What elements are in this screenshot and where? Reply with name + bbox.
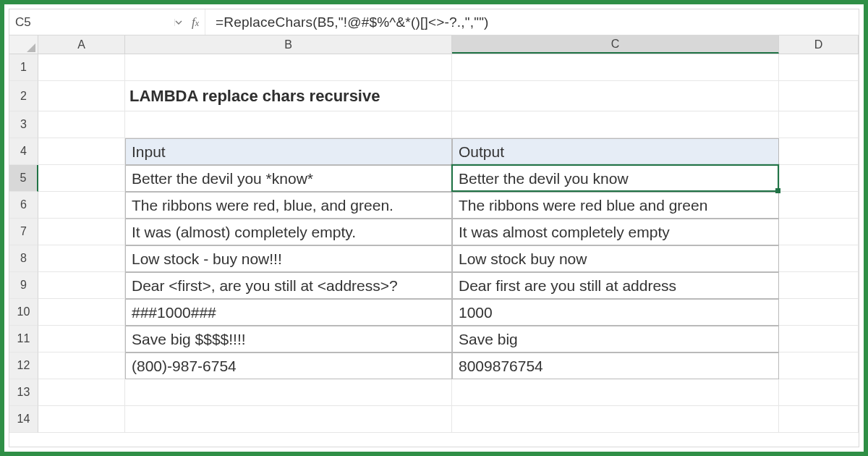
row: 11 Save big $$$$!!!! Save big <box>9 326 859 352</box>
row-header[interactable]: 5 <box>9 165 38 192</box>
table-cell-output[interactable]: The ribbons were red blue and green <box>452 192 779 219</box>
table-cell-output[interactable]: It was almost completely empty <box>452 219 779 245</box>
cell[interactable] <box>38 272 125 299</box>
cell[interactable] <box>38 192 125 219</box>
cell[interactable] <box>779 352 859 379</box>
row: 8 Low stock - buy now!!! Low stock buy n… <box>9 245 859 272</box>
table-cell-input[interactable]: Better the devil you *know* <box>125 165 452 192</box>
row-header[interactable]: 3 <box>9 111 38 138</box>
table-cell-input[interactable]: It was (almost) completely empty. <box>125 219 452 245</box>
row: 7 It was (almost) completely empty. It w… <box>9 219 859 245</box>
cell[interactable] <box>779 81 859 111</box>
table-cell-input[interactable]: The ribbons were red, blue, and green. <box>125 192 452 219</box>
table-cell-output[interactable]: Save big <box>452 326 779 352</box>
table-cell-output[interactable]: Dear first are you still at address <box>452 272 779 299</box>
row-header[interactable]: 13 <box>9 379 38 406</box>
table-header-input[interactable]: Input <box>125 138 452 165</box>
row-header[interactable]: 8 <box>9 245 38 272</box>
row-header[interactable]: 1 <box>9 54 38 81</box>
row: 14 <box>9 406 859 433</box>
row: 3 <box>9 111 859 138</box>
formula-input[interactable]: =ReplaceChars(B5,"!@#$%^&*()[]<>-?.,",""… <box>205 9 859 35</box>
cell[interactable] <box>38 352 125 379</box>
row: 13 <box>9 379 859 406</box>
cell[interactable] <box>779 165 859 192</box>
table-cell-output[interactable]: Better the devil you know <box>452 165 779 192</box>
row: 1 <box>9 54 859 81</box>
cell[interactable] <box>452 379 779 406</box>
cell[interactable] <box>779 379 859 406</box>
cell[interactable] <box>125 54 452 81</box>
row-header[interactable]: 2 <box>9 81 38 111</box>
cell[interactable] <box>779 406 859 433</box>
cell[interactable] <box>779 138 859 165</box>
cell[interactable] <box>125 406 452 433</box>
table-cell-input[interactable]: Dear <first>, are you still at <address>… <box>125 272 452 299</box>
column-headers: A B C D <box>9 35 859 54</box>
name-box-dropdown[interactable] <box>174 19 182 26</box>
page-title[interactable]: LAMBDA replace chars recursive <box>125 81 452 111</box>
row-header[interactable]: 14 <box>9 406 38 433</box>
cell[interactable] <box>38 138 125 165</box>
cell[interactable] <box>38 54 125 81</box>
row: 2 LAMBDA replace chars recursive <box>9 81 859 111</box>
table-cell-input[interactable]: ###1000### <box>125 299 452 326</box>
table-cell-output[interactable]: 1000 <box>452 299 779 326</box>
cell[interactable] <box>38 406 125 433</box>
cell[interactable] <box>38 165 125 192</box>
cell[interactable] <box>38 326 125 352</box>
excel-window: ⋮ fx =ReplaceChars(B5,"!@#$%^&*()[]<>-?.… <box>9 9 859 447</box>
fx-icon[interactable]: fx <box>192 15 199 30</box>
cell[interactable] <box>125 111 452 138</box>
name-box[interactable] <box>9 9 102 35</box>
row: 6 The ribbons were red, blue, and green.… <box>9 192 859 219</box>
row: 9 Dear <first>, are you still at <addres… <box>9 272 859 299</box>
row-header[interactable]: 9 <box>9 272 38 299</box>
cell[interactable] <box>779 326 859 352</box>
cell[interactable] <box>779 245 859 272</box>
row: 10 ###1000### 1000 <box>9 299 859 326</box>
cell[interactable] <box>38 245 125 272</box>
chevron-down-icon <box>175 19 182 26</box>
cell[interactable] <box>779 299 859 326</box>
cell[interactable] <box>38 111 125 138</box>
table-cell-input[interactable]: Low stock - buy now!!! <box>125 245 452 272</box>
table-header-output[interactable]: Output <box>452 138 779 165</box>
col-header-A[interactable]: A <box>38 35 125 54</box>
row-header[interactable]: 7 <box>9 219 38 245</box>
row-header[interactable]: 11 <box>9 326 38 352</box>
cell[interactable] <box>452 54 779 81</box>
col-header-C[interactable]: C <box>452 35 779 54</box>
cell[interactable] <box>452 406 779 433</box>
row: 5 Better the devil you *know* Better the… <box>9 165 859 192</box>
name-box-input[interactable] <box>9 9 174 35</box>
cell[interactable] <box>38 219 125 245</box>
cell[interactable] <box>779 192 859 219</box>
cell[interactable] <box>779 111 859 138</box>
cell[interactable] <box>452 81 779 111</box>
cell[interactable] <box>779 54 859 81</box>
row-header[interactable]: 10 <box>9 299 38 326</box>
select-all-triangle[interactable] <box>9 35 38 54</box>
table-cell-output[interactable]: Low stock buy now <box>452 245 779 272</box>
row: 4 Input Output <box>9 138 859 165</box>
row-header[interactable]: 6 <box>9 192 38 219</box>
cell[interactable] <box>38 81 125 111</box>
formula-bar: ⋮ fx =ReplaceChars(B5,"!@#$%^&*()[]<>-?.… <box>9 9 859 35</box>
worksheet-grid[interactable]: A B C D 1 2 LAMBDA replace chars recursi… <box>9 35 859 447</box>
row-header[interactable]: 12 <box>9 352 38 379</box>
cell[interactable] <box>779 272 859 299</box>
row: 12 (800)-987-6754 8009876754 <box>9 352 859 379</box>
col-header-D[interactable]: D <box>779 35 859 54</box>
cell[interactable] <box>125 379 452 406</box>
table-cell-output[interactable]: 8009876754 <box>452 352 779 379</box>
cell[interactable] <box>38 379 125 406</box>
cell[interactable] <box>452 111 779 138</box>
cell[interactable] <box>779 219 859 245</box>
cell[interactable] <box>38 299 125 326</box>
table-cell-input[interactable]: (800)-987-6754 <box>125 352 452 379</box>
col-header-B[interactable]: B <box>125 35 452 54</box>
table-cell-input[interactable]: Save big $$$$!!!! <box>125 326 452 352</box>
row-header[interactable]: 4 <box>9 138 38 165</box>
